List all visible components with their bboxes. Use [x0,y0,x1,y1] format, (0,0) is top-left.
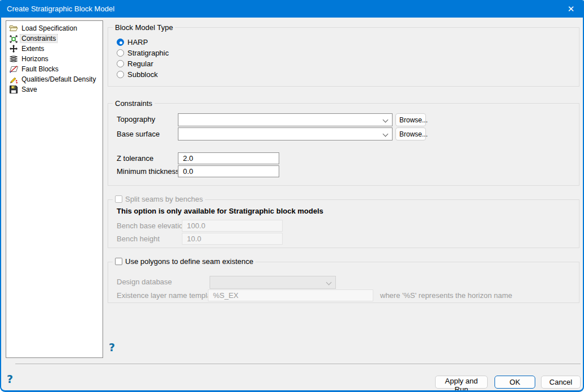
minimum-thickness-input[interactable] [178,165,279,177]
dialog-help-icon[interactable]: ? [7,373,13,385]
sidebar-item-label: Save [20,86,38,93]
base-surface-browse-button[interactable]: Browse... [395,127,426,140]
sidebar-item-label: Extents [20,45,45,53]
minimum-thickness-label: Minimum thickness [117,165,180,177]
existence-layer-hint: where '%S' represents the horizon name [380,289,512,301]
split-seams-legend: Split seams by benches [113,195,205,203]
split-seams-note: This option is only available for Strati… [117,205,323,217]
sidebar-item-extents[interactable]: Extents [6,44,103,54]
radio-button[interactable] [117,49,124,57]
radio-button[interactable] [117,39,124,46]
base-surface-label: Base surface [117,128,160,140]
design-database-combobox [210,276,336,289]
block-model-type-legend: Block Model Type [113,23,175,32]
radio-label: HARP [127,38,148,46]
sidebar-item-horizons[interactable]: Horizons [6,54,103,64]
sidebar-item-save[interactable]: Save [6,84,103,95]
split-seams-label: Split seams by benches [125,195,203,203]
bench-height-label: Bench height [117,233,160,245]
block-model-type-group: Block Model Type HARP Stratigraphic Regu… [108,27,579,87]
sidebar-item-label: Qualities/Default Density [20,75,97,83]
existence-layer-input [208,289,373,301]
design-database-label: Design database [117,276,172,288]
use-polygons-legend: Use polygons to define seam existence [113,257,255,266]
topography-combobox[interactable] [178,113,393,126]
radio-regular[interactable]: Regular [117,58,154,69]
use-polygons-group: Use polygons to define seam existence De… [108,262,579,303]
base-surface-combobox[interactable] [178,127,393,140]
chevron-down-icon [326,280,332,286]
horizons-icon [9,54,18,63]
panel-help-icon[interactable]: ? [109,341,115,353]
radio-subblock[interactable]: Subblock [117,69,157,80]
folder-icon [9,24,18,33]
split-seams-checkbox [115,195,122,203]
footer-divider [15,364,581,365]
apply-and-run-button[interactable]: Apply and Run [435,376,488,389]
constraints-legend: Constraints [113,99,155,108]
sidebar-item-fault-blocks[interactable]: Fault Blocks [6,64,103,74]
ok-button[interactable]: OK [495,376,535,389]
topography-label: Topography [117,113,155,125]
z-tolerance-label: Z tolerance [117,152,154,164]
radio-stratigraphic[interactable]: Stratigraphic [117,48,169,58]
sidebar-item-label: Load Specification [20,24,78,32]
title-bar: Create Stratigraphic Block Model ✕ [0,0,584,18]
sidebar-item-label: Horizons [20,55,49,63]
window-title: Create Stratigraphic Block Model [7,5,114,13]
split-seams-group: Split seams by benches This option is on… [108,199,579,248]
existence-layer-label: Existence layer name template [117,289,218,301]
fault-blocks-icon [9,65,18,74]
radio-label: Regular [127,59,154,68]
sidebar-step-list: Load Specification Constraints Extents H… [6,20,103,358]
cancel-button[interactable]: Cancel [541,376,581,389]
chevron-down-icon [383,117,389,123]
z-tolerance-input[interactable] [178,152,279,164]
sidebar-item-constraints[interactable]: Constraints [6,33,103,44]
sidebar-item-load-specification[interactable]: Load Specification [6,23,103,33]
constraints-group: Constraints Topography Browse... Base su… [108,103,579,186]
radio-label: Subblock [127,70,157,79]
extents-icon [9,44,18,53]
sidebar-item-qualities[interactable]: Qualities/Default Density [6,74,103,84]
bench-height-input [182,233,283,245]
chevron-down-icon [383,131,389,137]
close-icon[interactable]: ✕ [558,0,584,18]
radio-button[interactable] [117,60,124,67]
sidebar-item-label: Fault Blocks [20,65,59,73]
qualities-icon [9,75,18,84]
use-polygons-label: Use polygons to define seam existence [125,257,253,266]
constraints-icon [9,34,18,43]
radio-label: Stratigraphic [127,49,169,57]
use-polygons-checkbox[interactable] [115,258,122,265]
sidebar-item-label: Constraints [20,35,57,42]
save-icon [9,85,18,94]
radio-harp[interactable]: HARP [117,37,148,48]
bench-base-elevation-label: Bench base elevation [117,220,187,232]
radio-button[interactable] [117,71,124,78]
topography-browse-button[interactable]: Browse... [395,113,426,126]
dialog-window: Create Stratigraphic Block Model ✕ Load … [0,0,584,392]
bench-base-elevation-input [182,220,283,232]
